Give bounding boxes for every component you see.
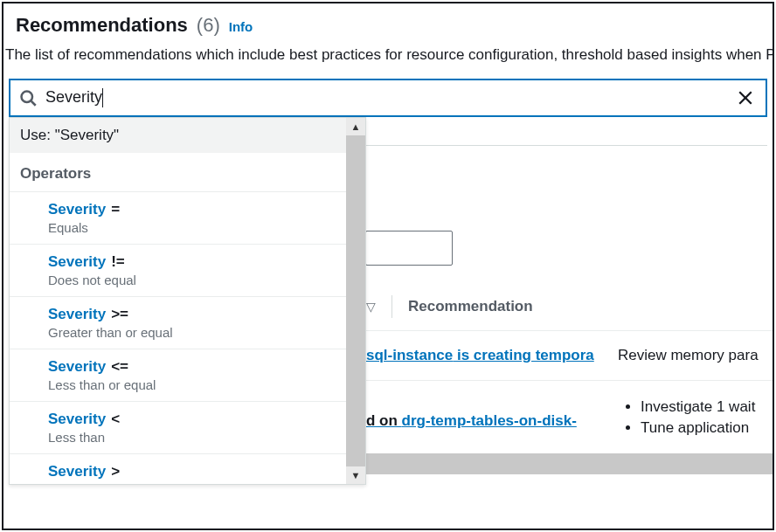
recommendations-panel: Recommendations (6) Info The list of rec… <box>2 2 774 530</box>
dropdown-operators-header: Operators <box>10 153 346 192</box>
recommendation-text: Review memory para <box>618 347 759 364</box>
info-link[interactable]: Info <box>229 19 253 34</box>
search-wrapper: Severity Use: "Severity" Operators Sever… <box>9 79 767 117</box>
operator-gt[interactable]: Severity > <box>10 454 346 484</box>
search-box[interactable]: Severity <box>9 79 767 117</box>
text-cursor <box>102 88 103 107</box>
search-value: Severity <box>45 88 102 107</box>
panel-description: The list of recommendations which includ… <box>3 40 773 79</box>
recommendations-table: ▽ Recommendation sql-instance is creatin… <box>366 283 773 455</box>
search-dropdown: Use: "Severity" Operators Severity = Equ… <box>9 117 366 485</box>
detection-link[interactable]: sql-instance is creating tempora <box>366 347 594 363</box>
operator-lt[interactable]: Severity < Less than <box>10 402 346 454</box>
sort-icon[interactable]: ▽ <box>366 300 376 314</box>
search-icon <box>19 89 37 107</box>
column-divider <box>391 295 392 318</box>
filter-input[interactable] <box>365 231 453 266</box>
bullet-item: Investigate 1 wait <box>641 397 755 418</box>
panel-title: Recommendations <box>16 14 188 37</box>
scroll-track[interactable] <box>346 135 365 466</box>
operator-list: Severity = Equals Severity != Does not e… <box>10 192 346 484</box>
table-row: d on drg-temp-tables-on-disk- Investigat… <box>366 381 773 455</box>
operator-equals[interactable]: Severity = Equals <box>10 192 346 245</box>
scroll-down-icon[interactable]: ▼ <box>346 466 365 484</box>
clear-icon[interactable] <box>738 90 753 106</box>
table-header: ▽ Recommendation <box>366 283 773 331</box>
svg-line-1 <box>31 100 36 105</box>
operator-not-equals[interactable]: Severity != Does not equal <box>10 245 346 297</box>
operator-lte[interactable]: Severity <= Less than or equal <box>10 349 346 402</box>
svg-point-0 <box>22 91 33 102</box>
panel-count: (6) <box>197 14 220 37</box>
dropdown-use-option[interactable]: Use: "Severity" <box>10 118 346 153</box>
col-recommendation[interactable]: Recommendation <box>408 298 533 315</box>
operator-gte[interactable]: Severity >= Greater than or equal <box>10 297 346 349</box>
bullet-item: Tune application <box>641 418 755 439</box>
scroll-up-icon[interactable]: ▲ <box>346 118 365 135</box>
search-input[interactable]: Severity <box>45 88 725 107</box>
horizontal-scrollbar[interactable] <box>366 453 773 474</box>
detection-link[interactable]: d on drg-temp-tables-on-disk- <box>366 412 577 429</box>
dropdown-scrollbar[interactable]: ▲ ▼ <box>346 118 365 484</box>
table-row: sql-instance is creating tempora Review … <box>366 331 773 381</box>
panel-header: Recommendations (6) Info <box>3 3 773 40</box>
recommendation-bullets: Investigate 1 wait Tune application <box>618 397 755 439</box>
